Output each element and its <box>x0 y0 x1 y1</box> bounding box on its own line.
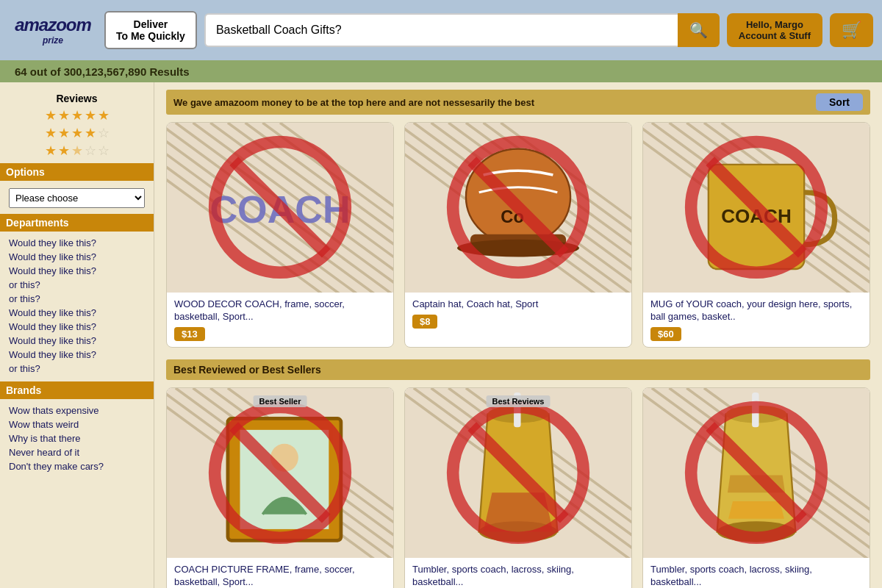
star-icon: ★ <box>45 107 57 123</box>
star-icon: ★ <box>85 107 96 123</box>
sidebar-item[interactable]: Would they like this? <box>9 250 145 264</box>
search-area: 🔍 <box>204 13 720 47</box>
star-icon: ★ <box>85 125 96 141</box>
product-image-wrap <box>643 388 870 558</box>
sidebar-item[interactable]: or this? <box>9 362 145 376</box>
star-icon: ★ <box>45 125 57 141</box>
price-badge: $60 <box>650 327 681 341</box>
price-badge: $13 <box>174 327 205 341</box>
stars-row-4[interactable]: ★ ★ ★ ★ ☆ <box>9 125 145 141</box>
departments-section-title: Departments <box>0 214 154 232</box>
product-info: COACH PICTURE FRAME, frame, soccer, bask… <box>167 558 393 588</box>
sidebar-item[interactable]: Would they like this? <box>9 320 145 334</box>
sidebar-item[interactable]: Wow thats expensive <box>9 404 145 417</box>
best-reviews-badge: Best Reviews <box>487 395 551 407</box>
product-image-wrap: Best Seller <box>167 388 393 558</box>
sponsored-banner: We gave amazoom money to be at the top h… <box>166 90 870 115</box>
star-icon: ★ <box>71 143 83 159</box>
product-info: WOOD DECOR COACH, frame, soccer, basketb… <box>167 293 393 347</box>
logo-text: amazoom <box>15 15 91 35</box>
deliver-button[interactable]: Deliver To Me Quickly <box>104 11 197 49</box>
options-select[interactable]: Please choose <box>9 188 145 208</box>
star-icon: ★ <box>58 125 70 141</box>
sidebar-item[interactable]: or this? <box>9 292 145 306</box>
star-icon: ★ <box>58 143 70 159</box>
stars-row-5[interactable]: ★ ★ ★ ★ ★ <box>9 107 145 123</box>
reviews-label: Reviews <box>9 93 145 104</box>
reviews-section: Reviews ★ ★ ★ ★ ★ ★ ★ ★ ★ ☆ ★ ★ ★ <box>9 90 145 163</box>
results-bar: 64 out of 300,123,567,890 Results <box>0 60 882 82</box>
product-info: Captain hat, Coach hat, Sport $8 <box>405 293 631 334</box>
star-icon: ☆ <box>98 125 110 141</box>
star-icon: ★ <box>71 125 83 141</box>
product-card[interactable]: COACH WOOD DECOR COACH, frame, soccer, b… <box>166 122 394 348</box>
sponsored-text: We gave amazoom money to be at the top h… <box>173 97 534 108</box>
cart-icon: 🛒 <box>842 21 861 39</box>
logo-subtitle: prize <box>43 35 63 46</box>
brands-section-title: Brands <box>0 381 154 399</box>
star-icon: ☆ <box>85 143 96 159</box>
header: amazoom prize Deliver To Me Quickly 🔍 He… <box>0 0 882 60</box>
product-card[interactable]: COACH MUG of YOUR coach, your design her… <box>642 122 870 348</box>
product-image: COACH <box>643 123 870 293</box>
product-image <box>167 388 393 558</box>
star-icon: ★ <box>58 107 70 123</box>
sidebar-item[interactable]: Don't they make cars? <box>9 459 145 473</box>
best-seller-badge: Best Seller <box>254 395 307 407</box>
sidebar-item[interactable]: Would they like this? <box>9 334 145 348</box>
sidebar-item[interactable]: Wow thats weird <box>9 417 145 431</box>
product-title: Tumbler, sports coach, lacross, skiing, … <box>412 564 624 588</box>
sidebar-item[interactable]: Would they like this? <box>9 306 145 320</box>
search-input[interactable] <box>204 13 678 47</box>
product-card[interactable]: Best Reviews Tumbler, sports coach, lacr… <box>404 387 632 588</box>
star-icon: ★ <box>71 107 83 123</box>
product-title: Tumbler, sports coach, lacross, skiing, … <box>650 564 862 588</box>
sidebar: Reviews ★ ★ ★ ★ ★ ★ ★ ★ ★ ☆ ★ ★ ★ <box>0 82 154 588</box>
logo: amazoom prize <box>9 15 97 46</box>
sort-button[interactable]: Sort <box>816 93 863 111</box>
star-icon: ★ <box>45 143 57 159</box>
star-icon: ★ <box>98 107 110 123</box>
best-product-grid: Best Seller COACH PICTURE FRAME, frame, … <box>166 387 870 588</box>
sidebar-item[interactable]: Would they like this? <box>9 236 145 250</box>
product-image <box>643 388 870 558</box>
account-button[interactable]: Hello, Margo Account & Stuff <box>727 13 822 47</box>
sidebar-item[interactable]: Would they like this? <box>9 348 145 362</box>
product-card[interactable]: Co Captain hat, Coach hat, Sport $8 <box>404 122 632 348</box>
star-icon: ☆ <box>98 143 110 159</box>
sidebar-item[interactable]: or this? <box>9 278 145 292</box>
product-info: Tumbler, sports coach, lacross, skiing, … <box>405 558 631 588</box>
product-title: COACH PICTURE FRAME, frame, soccer, bask… <box>174 564 386 588</box>
product-title: Captain hat, Coach hat, Sport <box>412 298 624 311</box>
sponsored-product-grid: COACH WOOD DECOR COACH, frame, soccer, b… <box>166 122 870 348</box>
options-section-title: Options <box>0 163 154 181</box>
product-card[interactable]: Tumbler, sports coach, lacross, skiing, … <box>642 387 870 588</box>
stars-row-2[interactable]: ★ ★ ★ ☆ ☆ <box>9 143 145 159</box>
search-icon: 🔍 <box>689 22 708 38</box>
product-image: COACH <box>167 123 393 293</box>
product-card[interactable]: Best Seller COACH PICTURE FRAME, frame, … <box>166 387 394 588</box>
main-layout: Reviews ★ ★ ★ ★ ★ ★ ★ ★ ★ ☆ ★ ★ ★ <box>0 82 882 588</box>
product-image-wrap: COACH <box>167 123 393 293</box>
content-area: We gave amazoom money to be at the top h… <box>154 82 882 588</box>
product-title: MUG of YOUR coach, your design here, spo… <box>650 298 862 323</box>
best-section-header: Best Reviewed or Best Sellers <box>166 359 870 380</box>
cart-button[interactable]: 🛒 <box>830 13 873 47</box>
product-image-wrap: COACH <box>643 123 870 293</box>
product-image-wrap: Co <box>405 123 631 293</box>
product-image <box>405 388 631 558</box>
product-image-wrap: Best Reviews <box>405 388 631 558</box>
product-title: WOOD DECOR COACH, frame, soccer, basketb… <box>174 298 386 323</box>
product-image: Co <box>405 123 631 293</box>
product-info: Tumbler, sports coach, lacross, skiing, … <box>643 558 870 588</box>
sidebar-item[interactable]: Would they like this? <box>9 264 145 278</box>
sidebar-item[interactable]: Why is that there <box>9 431 145 445</box>
sidebar-item[interactable]: Never heard of it <box>9 445 145 459</box>
search-button[interactable]: 🔍 <box>678 13 720 47</box>
price-badge: $8 <box>412 315 437 329</box>
product-info: MUG of YOUR coach, your design here, spo… <box>643 293 870 347</box>
results-count: 64 out of 300,123,567,890 Results <box>15 65 190 78</box>
